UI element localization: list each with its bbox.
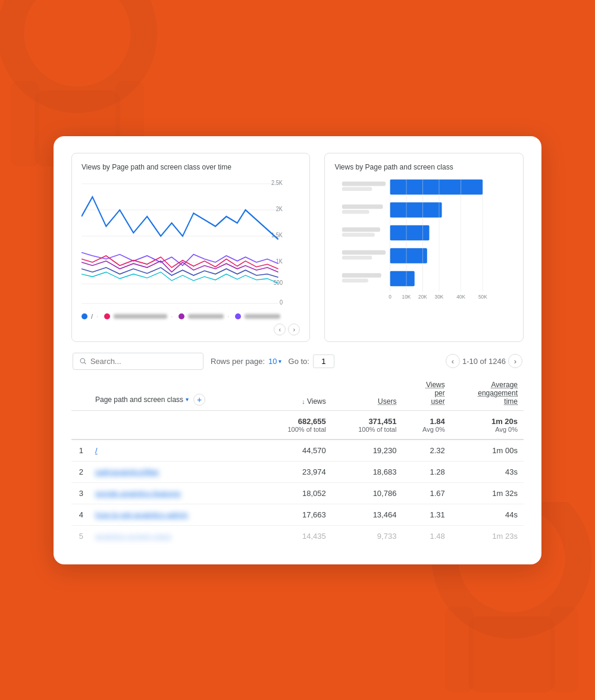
svg-rect-5 xyxy=(469,616,555,692)
totals-row: 682,655 100% of total 371,451 100% of to… xyxy=(71,410,524,440)
row-views: 18,052 xyxy=(261,482,332,504)
row-avg: 1m 32s xyxy=(451,482,524,504)
goto-control: Go to: xyxy=(289,354,334,368)
row-dimension[interactable]: analytics-screen-class xyxy=(89,525,261,547)
chevron-down-icon: ▾ xyxy=(278,358,281,365)
totals-vpu: 1.84 Avg 0% xyxy=(402,410,450,440)
svg-rect-31 xyxy=(342,250,386,254)
row-dimension[interactable]: how-to-get-analytics-admin xyxy=(89,504,261,525)
legend-dot-violet xyxy=(235,313,241,319)
col-header-index xyxy=(71,376,89,411)
row-views: 44,570 xyxy=(261,440,332,462)
legend-dot-purple xyxy=(178,313,184,319)
row-avg: 44s xyxy=(451,504,524,525)
row-users: 9,733 xyxy=(332,525,403,547)
svg-text:30K: 30K xyxy=(435,294,444,299)
row-views: 14,435 xyxy=(261,525,332,547)
table-row: 4 how-to-get-analytics-admin 17,663 13,4… xyxy=(71,504,524,525)
legend-dot-blue xyxy=(82,313,87,319)
next-page-btn[interactable]: › xyxy=(508,354,522,368)
legend-nav: ‹ › xyxy=(274,324,300,335)
svg-rect-27 xyxy=(342,204,383,208)
row-views: 17,663 xyxy=(261,504,332,525)
legend-next-btn[interactable]: › xyxy=(288,324,300,335)
svg-text:20K: 20K xyxy=(419,294,428,299)
svg-text:40K: 40K xyxy=(457,294,466,299)
col-header-views: ↓ Views xyxy=(261,376,332,411)
legend-prev-btn[interactable]: ‹ xyxy=(274,324,286,335)
row-vpu: 1.31 xyxy=(402,504,450,525)
svg-text:0: 0 xyxy=(389,294,392,299)
rows-per-page-control: Rows per page: 10 ▾ xyxy=(211,357,281,366)
svg-text:0: 0 xyxy=(280,299,283,306)
legend-text-2 xyxy=(188,314,224,319)
pagination-text: 1-10 of 1246 xyxy=(462,357,506,366)
row-index: 2 xyxy=(71,461,89,482)
analytics-card: Views by Page path and screen class over… xyxy=(54,136,541,564)
row-index: 5 xyxy=(71,525,89,547)
legend-dot-pink xyxy=(104,313,110,319)
table-row: 3 google.analytics.features 18,052 10,78… xyxy=(71,482,524,504)
legend-row: / · · · ‹ › xyxy=(82,313,300,335)
svg-rect-35 xyxy=(390,179,483,194)
col-header-vpu: Viewsperuser xyxy=(402,376,450,411)
svg-text:10K: 10K xyxy=(402,294,411,299)
svg-rect-38 xyxy=(390,248,427,263)
legend-text-3 xyxy=(245,314,280,319)
search-icon xyxy=(79,357,87,365)
col-header-dimension: Page path and screen class ▾ + xyxy=(89,376,261,411)
row-avg: 43s xyxy=(451,461,524,482)
totals-avg: 1m 20s Avg 0% xyxy=(451,410,524,440)
row-index: 3 xyxy=(71,482,89,504)
row-avg: 1m 23s xyxy=(451,525,524,547)
svg-rect-7 xyxy=(550,607,578,692)
line-chart: 2.5K 2K 1.5K 1K 500 0 04 xyxy=(82,177,300,308)
svg-text:2K: 2K xyxy=(276,205,283,212)
rows-per-page-select[interactable]: 10 ▾ xyxy=(268,357,281,366)
row-users: 13,464 xyxy=(332,504,403,525)
svg-rect-2 xyxy=(11,81,39,167)
row-vpu: 2.32 xyxy=(402,440,450,462)
row-users: 19,230 xyxy=(332,440,403,462)
svg-rect-29 xyxy=(342,227,380,231)
prev-page-btn[interactable]: ‹ xyxy=(446,354,460,368)
table-controls: Rows per page: 10 ▾ Go to: ‹ 1-10 of 124… xyxy=(71,353,524,370)
goto-input[interactable] xyxy=(313,354,334,368)
add-dimension-btn[interactable]: + xyxy=(193,394,205,406)
svg-text:2.5K: 2.5K xyxy=(271,179,283,186)
bar-chart-title: Views by Page path and screen class xyxy=(334,163,513,171)
svg-rect-37 xyxy=(390,225,430,240)
svg-text:50K: 50K xyxy=(478,294,487,299)
totals-label xyxy=(89,410,261,440)
bar-chart: 0 10K 20K 30K 40K 50K xyxy=(334,177,513,308)
svg-rect-30 xyxy=(342,233,375,236)
table-row: 2 path/analytics/filter 23,974 18,683 1.… xyxy=(71,461,524,482)
line-chart-container: Views by Page path and screen class over… xyxy=(71,153,310,342)
svg-text:1K: 1K xyxy=(276,258,283,265)
chevron-down-icon: ▾ xyxy=(186,396,189,403)
svg-rect-28 xyxy=(342,210,369,214)
svg-rect-32 xyxy=(342,256,372,259)
svg-rect-26 xyxy=(342,187,372,190)
line-chart-title: Views by Page path and screen class over… xyxy=(82,163,300,171)
row-vpu: 1.48 xyxy=(402,525,450,547)
svg-rect-39 xyxy=(390,271,415,286)
svg-rect-6 xyxy=(445,607,474,692)
sort-icon: ↓ xyxy=(302,398,307,405)
svg-rect-36 xyxy=(390,202,442,218)
table-row: 1 / 44,570 19,230 2.32 1m 00s xyxy=(71,440,524,462)
totals-index xyxy=(71,410,89,440)
col-header-users: Users xyxy=(332,376,403,411)
row-dimension[interactable]: path/analytics/filter xyxy=(89,461,261,482)
row-vpu: 1.67 xyxy=(402,482,450,504)
data-table: Page path and screen class ▾ + ↓ Views U… xyxy=(71,376,524,547)
search-wrap[interactable] xyxy=(73,353,203,370)
svg-rect-34 xyxy=(342,278,368,282)
row-dimension[interactable]: google.analytics.features xyxy=(89,482,261,504)
row-dimension[interactable]: / xyxy=(89,440,261,462)
search-input[interactable] xyxy=(90,357,197,366)
row-views: 23,974 xyxy=(261,461,332,482)
row-index: 1 xyxy=(71,440,89,462)
col-header-avg: Averageengagementtime xyxy=(451,376,524,411)
svg-rect-33 xyxy=(342,273,381,277)
